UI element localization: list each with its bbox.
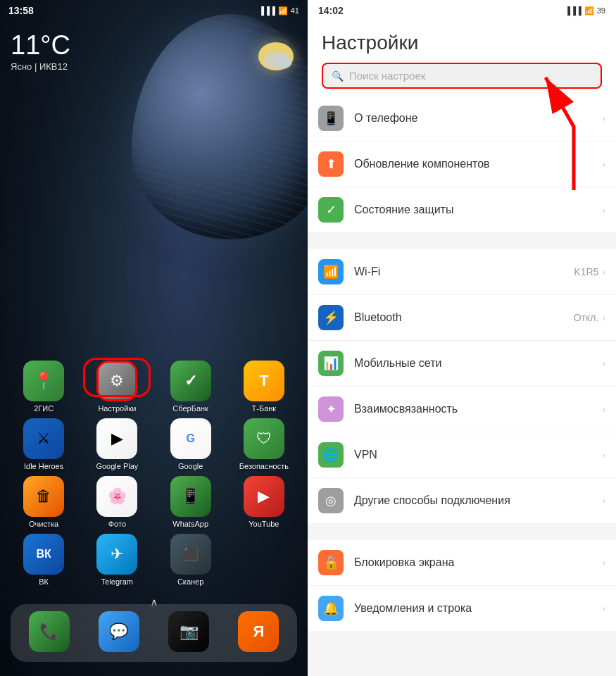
- app-tbank[interactable]: Т Т-Банк: [236, 361, 292, 413]
- app-vk[interactable]: ВК ВК: [15, 534, 72, 586]
- update-icon: ⬆: [318, 151, 344, 177]
- status-time-right: 14:02: [318, 5, 344, 16]
- vpn-symbol: 🌐: [323, 447, 339, 463]
- wifi-value: K1R5: [574, 266, 598, 277]
- settings-page-title: Настройки: [322, 32, 602, 54]
- mobile-chevron: ›: [602, 358, 605, 369]
- settings-content: 📱 О телефоне › ⬆ Обновление компонентов …: [308, 96, 616, 676]
- signal-icon: ▐▐▐: [258, 6, 275, 15]
- app-label-scanner: Сканер: [177, 577, 203, 586]
- wifi-icon: 📶: [278, 6, 288, 15]
- section-divider-1: [308, 241, 616, 249]
- settings-item-security-status[interactable]: ✓ Состояние защиты ›: [308, 187, 616, 232]
- other-conn-icon-settings: ◎: [318, 488, 344, 513]
- weather-widget: 11°C Ясно | ИКВ12: [11, 32, 70, 72]
- connect-symbol: ✦: [326, 401, 337, 417]
- settings-item-update[interactable]: ⬆ Обновление компонентов ›: [308, 142, 616, 187]
- app-clean[interactable]: 🗑 Очистка: [15, 476, 72, 528]
- search-box[interactable]: 🔍 Поиск настроек: [322, 63, 602, 89]
- app-row-1: 📍 2ГИС ⚙ Настройки ✓ СберБанк Т: [7, 361, 301, 413]
- app-2gis[interactable]: 📍 2ГИС: [15, 361, 72, 413]
- settings-symbol: ⚙: [110, 372, 124, 390]
- lock-icon-settings: 🔒: [318, 550, 344, 575]
- wifi-chevron: ›: [602, 266, 605, 277]
- update-chevron: ›: [602, 158, 605, 170]
- connect-chevron: ›: [602, 403, 605, 415]
- app-photo[interactable]: 🌸 Фото: [89, 476, 145, 528]
- app-icon-2gis: 📍: [23, 361, 64, 401]
- app-icon-sber: ✓: [170, 361, 211, 401]
- app-icon-empty: [244, 534, 284, 575]
- security-symbol: 🛡: [256, 430, 272, 448]
- settings-item-vpn[interactable]: 🌐 VPN ›: [308, 432, 616, 478]
- security-status-icon: ✓: [318, 197, 344, 223]
- app-label-tbank: Т-Банк: [252, 404, 277, 413]
- lock-chevron: ›: [602, 557, 605, 568]
- notify-icon-settings: 🔔: [318, 596, 344, 621]
- app-row-3: 🗑 Очистка 🌸 Фото 📱 WhatsApp ▶: [7, 476, 301, 528]
- app-icon-youtube: ▶: [244, 476, 284, 517]
- dock-messages[interactable]: 💬: [91, 611, 147, 655]
- dock-camera-icon: 📷: [168, 611, 209, 652]
- app-whatsapp[interactable]: 📱 WhatsApp: [163, 476, 219, 528]
- dock-phone[interactable]: 📞: [21, 611, 77, 655]
- bluetooth-symbol: ⚡: [323, 310, 339, 325]
- bluetooth-label: Bluetooth: [354, 311, 574, 324]
- security-status-symbol: ✓: [326, 202, 337, 218]
- mobile-label: Мобильные сети: [354, 357, 602, 370]
- temperature: 11°C: [11, 32, 70, 58]
- connect-icon-settings: ✦: [318, 396, 344, 422]
- settings-item-connect[interactable]: ✦ Взаимосвязанность ›: [308, 387, 616, 432]
- signal-icon-right: ▐▐▐: [565, 6, 581, 15]
- about-icon: 📱: [318, 106, 344, 131]
- security-status-chevron: ›: [602, 204, 605, 215]
- wifi-icon-settings: 📶: [318, 259, 344, 284]
- about-chevron: ›: [602, 113, 605, 124]
- app-label-gplay: Google Play: [96, 462, 138, 470]
- settings-item-other-conn[interactable]: ◎ Другие способы подключения ›: [308, 478, 616, 523]
- weather-description: Ясно | ИКВ12: [11, 61, 70, 72]
- app-idle[interactable]: ⚔ Idle Heroes: [15, 418, 72, 470]
- gplay-symbol: ▶: [111, 430, 123, 448]
- about-label: О телефоне: [354, 112, 602, 125]
- app-grid: 📍 2ГИС ⚙ Настройки ✓ СберБанк Т: [0, 361, 308, 592]
- camera-symbol: 📷: [180, 622, 199, 641]
- section-divider-2: [308, 532, 616, 540]
- app-icon-gplay: ▶: [96, 418, 137, 459]
- wifi-label: Wi-Fi: [354, 265, 574, 278]
- app-telegram[interactable]: ✈ Telegram: [89, 534, 145, 586]
- left-phone-screen: 13:58 ▐▐▐ 📶 41 11°C Ясно | ИКВ12 📍 2ГИС …: [0, 0, 308, 676]
- app-security[interactable]: 🛡 Безопасность: [236, 418, 292, 470]
- battery-right: 39: [597, 6, 605, 15]
- app-icon-settings: ⚙: [96, 361, 137, 401]
- settings-item-bluetooth[interactable]: ⚡ Bluetooth Откл. ›: [308, 295, 616, 341]
- app-icon-security: 🛡: [244, 418, 284, 459]
- app-label-vk: ВК: [39, 577, 49, 586]
- app-label-telegram: Telegram: [101, 577, 133, 586]
- 2gis-symbol: 📍: [33, 371, 54, 391]
- other-conn-label: Другие способы подключения: [354, 494, 602, 507]
- app-google[interactable]: G Google: [163, 418, 219, 470]
- app-sber[interactable]: ✓ СберБанк: [163, 361, 219, 413]
- dock-yandex[interactable]: Я: [230, 611, 287, 655]
- dock-camera[interactable]: 📷: [161, 611, 217, 655]
- settings-item-notify[interactable]: 🔔 Уведомления и строка ›: [308, 586, 616, 631]
- app-icon-google: G: [170, 418, 211, 459]
- app-label-sber: СберБанк: [172, 404, 208, 413]
- app-label-idle: Idle Heroes: [24, 462, 63, 470]
- app-youtube[interactable]: ▶ YouTube: [236, 476, 292, 528]
- dock: 📞 💬 📷 Я: [11, 604, 297, 662]
- security-status-label: Состояние защиты: [354, 204, 602, 216]
- vpn-label: VPN: [354, 449, 602, 461]
- app-label-2gis: 2ГИС: [34, 404, 54, 413]
- settings-item-wifi[interactable]: 📶 Wi-Fi K1R5 ›: [308, 249, 616, 295]
- settings-item-lock[interactable]: 🔒 Блокировка экрана ›: [308, 540, 616, 586]
- cloud-decoration: [253, 48, 299, 69]
- wifi-symbol: 📶: [323, 264, 339, 280]
- settings-item-about[interactable]: 📱 О телефоне ›: [308, 96, 616, 142]
- app-gplay[interactable]: ▶ Google Play: [89, 418, 145, 470]
- app-scanner[interactable]: ⬛ Сканер: [163, 534, 219, 586]
- app-label-whatsapp: WhatsApp: [172, 520, 208, 528]
- settings-item-mobile[interactable]: 📊 Мобильные сети ›: [308, 341, 616, 387]
- app-settings[interactable]: ⚙ Настройки: [89, 361, 145, 413]
